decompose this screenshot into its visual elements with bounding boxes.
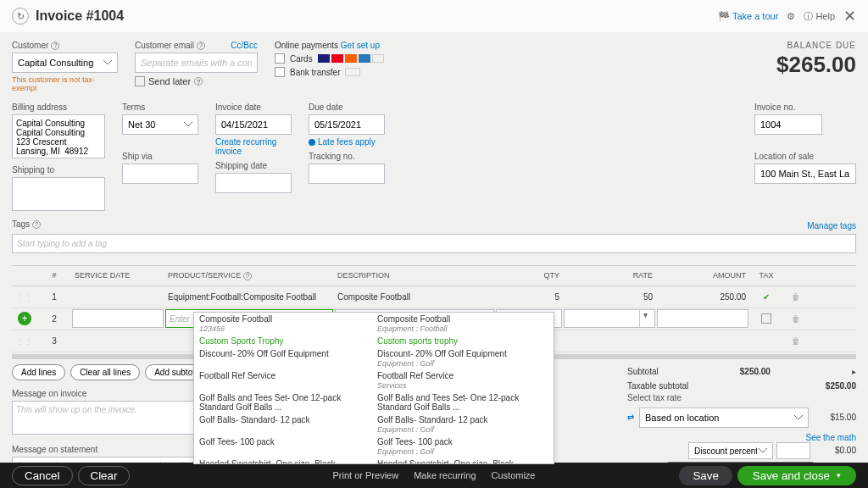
shipvia-input[interactable] (122, 164, 198, 184)
balance-label: BALANCE DUE (776, 41, 856, 50)
tax-check-icon[interactable]: ✔ (749, 292, 783, 302)
trash-icon[interactable]: 🗑 (783, 314, 809, 324)
customer-select[interactable]: Capital Consulting (12, 53, 118, 73)
discount-input[interactable] (776, 442, 810, 459)
shipping-to-label: Shipping to (12, 165, 105, 175)
date-cell[interactable] (72, 309, 164, 328)
location-label: Location of sale (754, 152, 856, 161)
trash-icon[interactable]: 🗑 (783, 292, 809, 302)
tracking-label: Tracking no. (309, 152, 385, 161)
terms-label: Terms (122, 103, 198, 112)
ccbcc-link[interactable]: Cc/Bcc (231, 41, 258, 50)
tracking-input[interactable] (309, 164, 385, 184)
invoice-date-label: Invoice date (215, 103, 292, 112)
grip-icon[interactable]: ⋮⋮ (12, 292, 37, 302)
location-input[interactable] (754, 164, 856, 184)
tags-input[interactable] (12, 234, 856, 253)
product-dropdown[interactable]: Composite Football123456Composite Footba… (193, 312, 554, 464)
amount-cell[interactable] (657, 309, 748, 328)
recurring-link[interactable]: Create recurring invoice (215, 137, 292, 156)
email-label: Customer email?Cc/Bcc (135, 41, 258, 50)
back-icon[interactable]: ↻ (12, 8, 29, 25)
see-math-link[interactable]: See the math (806, 433, 856, 442)
recurring-link[interactable]: Make recurring (414, 470, 476, 480)
swap-icon[interactable]: ⇄ (627, 413, 634, 422)
rate-cell[interactable]: ▾ (564, 309, 655, 328)
card-icons (318, 54, 384, 63)
cancel-button[interactable]: Cancel (12, 466, 73, 485)
late-fees[interactable]: Late fees apply (309, 137, 385, 147)
ps-header: PRODUCT/SERVICE ? (164, 271, 334, 280)
help-link[interactable]: ⓘ Help (804, 10, 835, 23)
tax-exempt-note: This customer is not tax-exempt (12, 75, 118, 92)
add-lines-button[interactable]: Add lines (12, 364, 65, 380)
take-tour-link[interactable]: 🏁 Take a tour (718, 11, 778, 22)
billing-label: Billing address (12, 103, 105, 112)
invoiceno-label: Invoice no. (754, 103, 856, 112)
close-icon[interactable]: ✕ (843, 7, 856, 25)
grip-icon[interactable]: ⋮⋮ (12, 336, 37, 346)
tax-checkbox[interactable] (761, 313, 771, 324)
save-button[interactable]: Save (679, 466, 732, 485)
shipping-to-textarea[interactable] (12, 177, 105, 211)
invoice-date-input[interactable] (215, 114, 292, 135)
send-later-checkbox[interactable] (135, 76, 145, 86)
footer: Cancel Clear Print or Preview Make recur… (0, 463, 868, 488)
shipdate-input[interactable] (215, 173, 292, 193)
shipdate-label: Shipping date (215, 161, 292, 170)
setup-link[interactable]: Get set up (341, 41, 380, 50)
email-input[interactable] (135, 53, 258, 73)
expand-icon[interactable]: ▸ (852, 367, 856, 376)
due-date-input[interactable] (309, 114, 385, 135)
page-title: Invoice #1004 (36, 8, 124, 24)
line-items-table: # SERVICE DATE PRODUCT/SERVICE ? DESCRIP… (12, 265, 856, 359)
table-row[interactable]: ⋮⋮ 1 Equipment:Football:Composite Footba… (12, 286, 856, 308)
tags-label: Tags? (12, 219, 41, 229)
discount-select[interactable]: Discount percent (688, 442, 773, 459)
terms-select[interactable]: Net 30 (122, 114, 198, 135)
clear-button[interactable]: Clear (78, 466, 131, 485)
add-row-icon[interactable]: + (18, 312, 31, 325)
customize-link[interactable]: Customize (492, 470, 536, 480)
trash-icon[interactable]: 🗑 (783, 336, 809, 346)
cards-checkbox[interactable] (275, 53, 285, 64)
shipvia-label: Ship via (122, 152, 198, 161)
header: ↻ Invoice #1004 🏁 Take a tour ⚙ ⓘ Help ✕ (0, 0, 868, 32)
bank-checkbox[interactable] (275, 67, 285, 77)
print-link[interactable]: Print or Preview (333, 470, 399, 480)
clear-lines-button[interactable]: Clear all lines (70, 364, 140, 380)
taxrate-select[interactable]: Based on location (639, 408, 809, 428)
manage-tags-link[interactable]: Manage tags (807, 221, 856, 230)
billing-textarea[interactable]: Capital Consulting Capital Consulting 12… (12, 114, 105, 158)
due-date-label: Due date (309, 103, 385, 112)
gear-icon[interactable]: ⚙ (787, 11, 795, 22)
invoiceno-input[interactable] (754, 114, 822, 135)
customer-label: Customer? (12, 41, 118, 50)
balance-amount: $265.00 (776, 52, 856, 78)
save-close-button[interactable]: Save and close (737, 466, 856, 485)
